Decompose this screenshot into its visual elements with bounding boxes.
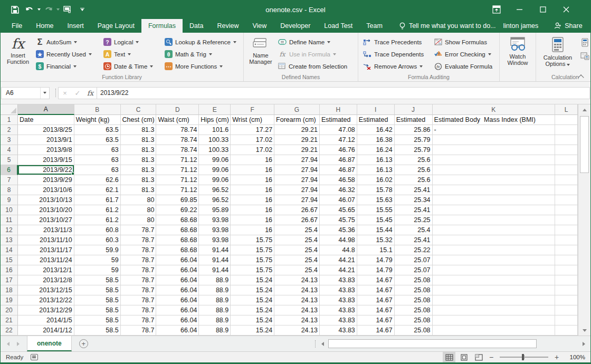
row-header-10[interactable]: 10: [1, 205, 18, 215]
cell-J7[interactable]: 25.6: [395, 175, 433, 185]
row-header-3[interactable]: 3: [1, 135, 18, 145]
cell-K1[interactable]: Estimated Body Mass Index (BMI): [433, 115, 556, 125]
tab-load-test[interactable]: Load Test: [317, 19, 359, 33]
cell-E3[interactable]: 100.33: [199, 135, 231, 145]
cell-L7[interactable]: [555, 175, 578, 185]
zoom-out-button[interactable]: −: [487, 353, 495, 361]
cell-I6[interactable]: 16.13: [357, 165, 395, 175]
cell-F18[interactable]: 15.24: [231, 285, 274, 295]
trace-dependents-button[interactable]: Trace Dependents: [360, 48, 432, 60]
row-header-15[interactable]: 15: [1, 255, 18, 265]
cell-H9[interactable]: 46.07: [320, 195, 357, 205]
cell-G8[interactable]: 27.94: [274, 185, 320, 195]
cell-K18[interactable]: [433, 285, 556, 295]
row-header-5[interactable]: 5: [1, 155, 18, 165]
cell-J1[interactable]: Estimated: [395, 115, 433, 125]
cell-L14[interactable]: [555, 245, 578, 255]
cell-J3[interactable]: 25.79: [395, 135, 433, 145]
cell-B1[interactable]: Weight (kg): [74, 115, 121, 125]
cell-A17[interactable]: 2013/12/8: [18, 275, 74, 285]
cell-G12[interactable]: 25.4: [274, 225, 320, 235]
cell-A7[interactable]: 2013/9/29: [18, 175, 74, 185]
cell-E10[interactable]: 95.89: [199, 205, 231, 215]
redo-dropdown-arrow[interactable]: [56, 8, 60, 11]
cell-I12[interactable]: 15.44: [357, 225, 395, 235]
cell-J17[interactable]: 25.08: [395, 275, 433, 285]
cell-A10[interactable]: 2013/10/20: [18, 205, 74, 215]
cell-H7[interactable]: 46.58: [320, 175, 357, 185]
cell-C8[interactable]: 81.3: [121, 185, 157, 195]
tell-me-box[interactable]: Tell me what you want to do...: [399, 19, 496, 33]
column-header-a[interactable]: A: [18, 104, 74, 115]
cell-K16[interactable]: [433, 265, 556, 275]
column-header-d[interactable]: D: [156, 104, 199, 115]
cell-B12[interactable]: 60.8: [74, 225, 121, 235]
cell-E20[interactable]: 88.9: [199, 305, 231, 315]
trace-precedents-button[interactable]: Trace Precedents: [360, 36, 432, 48]
row-header-19[interactable]: 19: [1, 295, 18, 305]
tab-developer[interactable]: Developer: [273, 19, 317, 33]
cell-A8[interactable]: 2013/10/6: [18, 185, 74, 195]
cell-J21[interactable]: 25.08: [395, 315, 433, 325]
cell-L16[interactable]: [555, 265, 578, 275]
row-header-6[interactable]: 6: [1, 165, 18, 175]
cell-J13[interactable]: 25.41: [395, 235, 433, 245]
text-button[interactable]: A Text: [101, 48, 162, 60]
cell-G6[interactable]: 27.94: [274, 165, 320, 175]
cell-K22[interactable]: [433, 325, 556, 336]
cell-C13[interactable]: 78.7: [121, 235, 157, 245]
cell-J16[interactable]: 25.07: [395, 265, 433, 275]
cell-D2[interactable]: 78.74: [156, 125, 199, 135]
cell-C22[interactable]: 78.7: [121, 325, 157, 336]
cell-C17[interactable]: 78.7: [121, 275, 157, 285]
cell-C15[interactable]: 78.7: [121, 255, 157, 265]
cell-F10[interactable]: 16: [231, 205, 274, 215]
cell-D14[interactable]: 68.68: [156, 245, 199, 255]
column-header-f[interactable]: F: [231, 104, 274, 115]
cell-J15[interactable]: 25.07: [395, 255, 433, 265]
cell-D19[interactable]: 66.04: [156, 295, 199, 305]
remove-arrows-button[interactable]: Remove Arrows: [360, 60, 432, 72]
cell-F2[interactable]: 17.27: [231, 125, 274, 135]
row-header-13[interactable]: 13: [1, 235, 18, 245]
cell-B7[interactable]: 62.6: [74, 175, 121, 185]
close-button[interactable]: [555, 2, 578, 17]
cell-I22[interactable]: 14.67: [357, 325, 395, 336]
ribbon-display-options-button[interactable]: [485, 2, 508, 17]
cell-L6[interactable]: [555, 165, 578, 175]
cell-F16[interactable]: 15.75: [231, 265, 274, 275]
touch-mode-button[interactable]: [61, 3, 74, 16]
cell-C18[interactable]: 78.7: [121, 285, 157, 295]
logical-button[interactable]: ? Logical: [101, 36, 162, 48]
cell-D3[interactable]: 78.74: [156, 135, 199, 145]
cell-E8[interactable]: 96.52: [199, 185, 231, 195]
cell-G20[interactable]: 24.13: [274, 305, 320, 315]
row-header-9[interactable]: 9: [1, 195, 18, 205]
cell-G21[interactable]: 24.13: [274, 315, 320, 325]
page-break-preview-button[interactable]: [472, 352, 485, 362]
cell-E11[interactable]: 93.98: [199, 215, 231, 225]
maximize-button[interactable]: [531, 2, 555, 17]
cell-E18[interactable]: 88.9: [199, 285, 231, 295]
cell-E15[interactable]: 91.44: [199, 255, 231, 265]
cell-D8[interactable]: 71.12: [156, 185, 199, 195]
cell-C16[interactable]: 78.7: [121, 265, 157, 275]
row-header-17[interactable]: 17: [1, 275, 18, 285]
cell-L4[interactable]: [555, 145, 578, 155]
cell-G3[interactable]: 29.21: [274, 135, 320, 145]
cell-C11[interactable]: 80: [121, 215, 157, 225]
scroll-right-button[interactable]: [579, 339, 588, 349]
cell-I20[interactable]: 14.67: [357, 305, 395, 315]
cell-A21[interactable]: 2014/1/5: [18, 315, 74, 325]
cell-B15[interactable]: 59: [74, 255, 121, 265]
cell-I7[interactable]: 16.02: [357, 175, 395, 185]
scroll-down-button[interactable]: [578, 325, 590, 336]
cell-H1[interactable]: Estimated: [320, 115, 357, 125]
cell-K14[interactable]: [433, 245, 556, 255]
vertical-scrollbar[interactable]: [578, 104, 590, 336]
cell-K9[interactable]: [433, 195, 556, 205]
cell-H20[interactable]: 43.83: [320, 305, 357, 315]
cell-I16[interactable]: 14.79: [357, 265, 395, 275]
insert-function-button[interactable]: fx Insert Function: [3, 35, 33, 73]
math-trig-button[interactable]: θ Math & Trig: [162, 48, 241, 60]
